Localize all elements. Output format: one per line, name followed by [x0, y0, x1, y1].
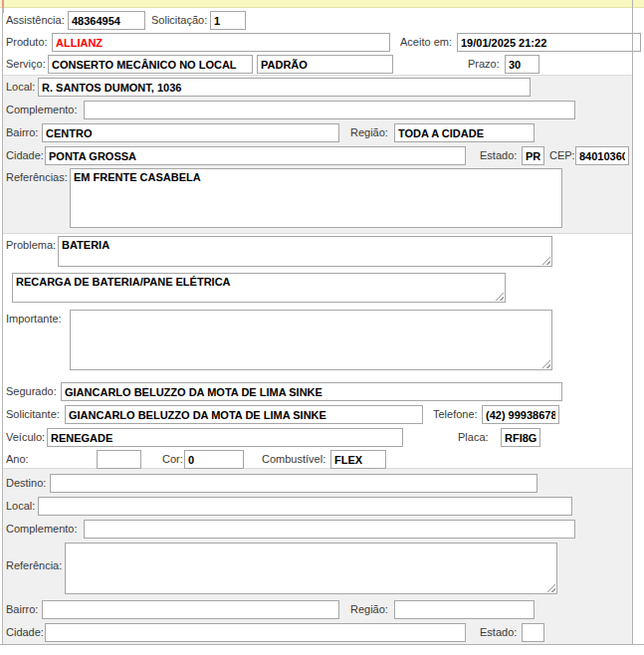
- destino-referencia-label: Referência:: [6, 559, 62, 572]
- complemento-label: Complemento:: [6, 101, 78, 119]
- destino-bairro-input[interactable]: [42, 600, 339, 619]
- local-input[interactable]: [38, 78, 531, 97]
- referencias-textarea[interactable]: [70, 168, 562, 228]
- servico-input[interactable]: [48, 55, 253, 74]
- panel-bottom-border: [0, 644, 644, 645]
- regiao-label: Região:: [350, 123, 388, 142]
- solicitante-input[interactable]: [65, 405, 423, 424]
- destino-label: Destino:: [6, 474, 46, 493]
- cidade-label: Cidade:: [6, 146, 44, 165]
- complemento-input[interactable]: [84, 101, 575, 119]
- aceito-em-label: Aceito em:: [400, 33, 452, 52]
- telefone-input[interactable]: [482, 405, 559, 424]
- assistance-form: Assistência: Solicitação: Produto: Aceit…: [0, 0, 644, 655]
- estado-input[interactable]: [522, 146, 544, 165]
- regiao-input[interactable]: [394, 123, 535, 142]
- panel-left-border: [2, 8, 3, 644]
- aceito-em-input[interactable]: [457, 33, 641, 52]
- bairro-input[interactable]: [42, 123, 339, 142]
- servico-tipo-input[interactable]: [257, 55, 393, 74]
- destino-bairro-label: Bairro:: [6, 600, 38, 619]
- prazo-input[interactable]: [505, 55, 539, 74]
- problema-descricao-textarea[interactable]: [12, 273, 506, 303]
- cor-label: Cor:: [162, 450, 183, 469]
- combustivel-label: Combustível:: [262, 450, 325, 469]
- destino-cidade-label: Cidade:: [6, 623, 44, 642]
- destino-regiao-label: Região:: [350, 600, 388, 619]
- combustivel-input[interactable]: [330, 450, 386, 469]
- bairro-label: Bairro:: [6, 123, 38, 142]
- destino-complemento-input[interactable]: [84, 520, 575, 539]
- destino-estado-label: Estado:: [480, 623, 517, 642]
- cep-input[interactable]: [575, 146, 629, 165]
- solicitante-label: Solicitante:: [6, 405, 60, 424]
- destino-regiao-input[interactable]: [394, 600, 535, 619]
- destino-referencia-textarea[interactable]: [65, 543, 557, 594]
- importante-textarea[interactable]: [70, 310, 552, 370]
- problema-textarea[interactable]: [58, 236, 552, 267]
- top-yellow-bar: [0, 0, 644, 8]
- solicitacao-input[interactable]: [210, 11, 246, 30]
- assistencia-label: Assistência:: [6, 11, 65, 30]
- veiculo-label: Veículo:: [6, 428, 45, 447]
- prazo-label: Prazo:: [468, 55, 500, 74]
- segurado-input[interactable]: [61, 382, 562, 401]
- destino-cidade-input[interactable]: [45, 623, 466, 642]
- referencias-label: Referências:: [6, 171, 68, 184]
- cep-label: CEP:: [549, 146, 575, 165]
- ano-label: Ano:: [6, 450, 29, 469]
- problema-label: Problema:: [6, 239, 56, 252]
- destino-local-label: Local:: [6, 497, 35, 516]
- assistencia-input[interactable]: [68, 11, 145, 30]
- solicitacao-label: Solicitação:: [151, 11, 207, 30]
- destino-complemento-label: Complemento:: [6, 520, 78, 539]
- importante-label: Importante:: [6, 313, 62, 326]
- placa-input[interactable]: [501, 428, 540, 447]
- placa-label: Placa:: [458, 428, 489, 447]
- veiculo-input[interactable]: [47, 428, 403, 447]
- produto-input[interactable]: [52, 33, 390, 52]
- destino-input[interactable]: [50, 474, 537, 493]
- ano-input[interactable]: [97, 450, 141, 469]
- estado-label: Estado:: [480, 146, 517, 165]
- destino-estado-input[interactable]: [522, 623, 544, 642]
- local-label: Local:: [6, 78, 35, 97]
- panel-right-border: [632, 0, 633, 644]
- segurado-label: Segurado:: [6, 382, 57, 401]
- servico-label: Serviço:: [6, 55, 46, 74]
- telefone-label: Telefone:: [433, 405, 478, 424]
- cidade-input[interactable]: [45, 146, 466, 165]
- destino-local-input[interactable]: [38, 497, 572, 516]
- cor-input[interactable]: [184, 450, 244, 469]
- produto-label: Produto:: [6, 33, 48, 52]
